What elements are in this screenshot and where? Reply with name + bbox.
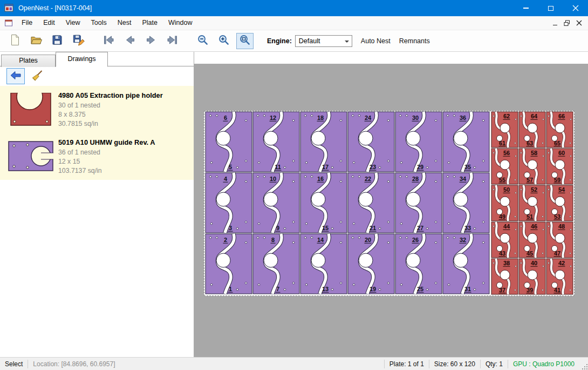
svg-text:32: 32 xyxy=(460,237,466,243)
svg-text:26: 26 xyxy=(412,237,419,243)
red-part-pair: 6463 xyxy=(519,112,545,147)
engine-dropdown[interactable]: Default xyxy=(295,35,352,47)
purple-part-pair: 1817 xyxy=(300,112,347,172)
broom-button[interactable] xyxy=(28,68,46,84)
svg-text:48: 48 xyxy=(558,223,565,230)
purple-part-pair: 43 xyxy=(206,173,252,233)
drawing-name: 5019 A10 UHMW guide Rev. A xyxy=(58,138,190,146)
purple-part-pair: 2019 xyxy=(348,234,394,294)
menu-tools[interactable]: Tools xyxy=(86,19,112,26)
svg-text:9: 9 xyxy=(276,225,279,231)
menu-file[interactable]: File xyxy=(16,19,38,26)
menu-window[interactable]: Window xyxy=(163,19,197,26)
red-part-pair: 6261 xyxy=(491,112,518,147)
new-button[interactable] xyxy=(6,33,24,49)
nav-next-icon xyxy=(145,33,158,48)
panel-toolbar xyxy=(0,66,194,86)
tab-drawings[interactable]: Drawings xyxy=(56,52,108,67)
zoom-out-button[interactable] xyxy=(194,33,211,49)
svg-text:35: 35 xyxy=(464,164,471,170)
menu-view[interactable]: View xyxy=(60,19,86,26)
red-part-pair: 5655 xyxy=(491,149,518,184)
minimize-button[interactable] xyxy=(514,0,538,16)
menu-plate[interactable]: Plate xyxy=(136,19,163,26)
svg-text:52: 52 xyxy=(531,186,537,193)
purple-part-pair: 3433 xyxy=(443,173,489,233)
nest-plate[interactable]: 6512111817242330293635431091615222128273… xyxy=(204,111,574,295)
mdi-restore-button[interactable] xyxy=(561,18,573,29)
svg-text:43: 43 xyxy=(499,250,505,257)
status-location: Location: [84.8696, 60.6957] xyxy=(28,360,120,368)
svg-text:47: 47 xyxy=(554,250,560,257)
svg-text:31: 31 xyxy=(464,286,471,292)
close-icon xyxy=(572,5,579,11)
mdi-minimize-button[interactable] xyxy=(549,18,561,29)
zoom-fit-button[interactable] xyxy=(236,33,254,49)
svg-text:24: 24 xyxy=(365,115,372,121)
nest-canvas[interactable]: 6512111817242330293635431091615222128273… xyxy=(194,52,588,357)
back-button[interactable] xyxy=(6,68,25,84)
back-icon xyxy=(9,70,22,83)
auto-nest-button[interactable]: Auto Nest xyxy=(361,37,391,45)
svg-text:14: 14 xyxy=(317,237,324,243)
svg-text:63: 63 xyxy=(527,140,533,146)
chevron-down-icon xyxy=(345,41,349,43)
drawing-size: 12 x 15 xyxy=(58,157,190,166)
left-panel: PlatesDrawings 4980 A05 Extraction pipe … xyxy=(0,52,194,357)
save-as-button[interactable] xyxy=(70,33,87,49)
tab-plates[interactable]: Plates xyxy=(1,55,56,67)
save-button[interactable] xyxy=(49,33,66,49)
svg-text:65: 65 xyxy=(554,140,560,146)
purple-part-pair: 3635 xyxy=(443,112,489,172)
plate[interactable]: 6512111817242330293635431091615222128273… xyxy=(204,111,575,296)
broom-icon xyxy=(31,69,44,84)
nav-prev-icon xyxy=(124,33,136,48)
svg-text:37: 37 xyxy=(499,287,505,293)
mdi-close-button[interactable] xyxy=(573,18,585,29)
svg-text:56: 56 xyxy=(503,150,510,156)
status-mode: Select xyxy=(0,360,28,368)
drawing-item[interactable]: 4980 A05 Extraction pipe holder 30 of 1 … xyxy=(0,86,194,133)
svg-text:46: 46 xyxy=(531,223,537,230)
nav-first-button[interactable] xyxy=(100,33,118,49)
menu-nest[interactable]: Nest xyxy=(112,19,137,26)
mdi-close-icon xyxy=(576,20,582,26)
svg-text:11: 11 xyxy=(275,164,281,170)
svg-text:29: 29 xyxy=(417,164,423,170)
open-icon xyxy=(30,33,43,48)
drawing-item[interactable]: 5019 A10 UHMW guide Rev. A 36 of 1 neste… xyxy=(0,133,194,180)
nav-last-button[interactable] xyxy=(163,33,181,49)
svg-text:16: 16 xyxy=(317,176,324,182)
drawing-nested-count: 30 of 1 nested xyxy=(58,101,190,110)
nav-next-button[interactable] xyxy=(142,33,160,49)
purple-part-pair: 109 xyxy=(253,173,299,233)
svg-text:17: 17 xyxy=(322,164,329,170)
status-gpu: GPU : Quadro P1000 xyxy=(508,360,579,368)
drawing-name: 4980 A05 Extraction pipe holder xyxy=(58,91,190,99)
maximize-icon xyxy=(548,6,553,11)
drawing-area: 103.7137 sq/in xyxy=(58,166,190,176)
purple-part-pair: 1413 xyxy=(300,234,347,294)
svg-text:19: 19 xyxy=(370,286,376,292)
app-icon xyxy=(4,4,14,12)
resize-grip[interactable] xyxy=(579,358,588,370)
maximize-button[interactable] xyxy=(538,0,563,16)
nav-prev-button[interactable] xyxy=(121,33,139,49)
svg-text:8: 8 xyxy=(271,237,275,243)
zoom-in-icon xyxy=(217,33,230,48)
drawing-thumbnail-red xyxy=(4,89,58,129)
open-button[interactable] xyxy=(28,33,45,49)
purple-part-pair: 3029 xyxy=(395,112,442,172)
red-part-pair: 5049 xyxy=(491,185,518,221)
zoom-in-button[interactable] xyxy=(215,33,233,49)
menu-edit[interactable]: Edit xyxy=(38,19,60,26)
svg-text:25: 25 xyxy=(417,286,423,292)
purple-part-pair: 1211 xyxy=(253,112,299,172)
resize-grip-icon xyxy=(581,363,588,370)
svg-text:4: 4 xyxy=(224,176,228,182)
red-part-pair: 5251 xyxy=(519,185,545,221)
remnants-button[interactable]: Remnants xyxy=(399,37,430,45)
nav-first-icon xyxy=(102,33,115,48)
status-plate: Plate: 1 of 1 xyxy=(385,360,429,368)
close-button[interactable] xyxy=(563,0,588,16)
